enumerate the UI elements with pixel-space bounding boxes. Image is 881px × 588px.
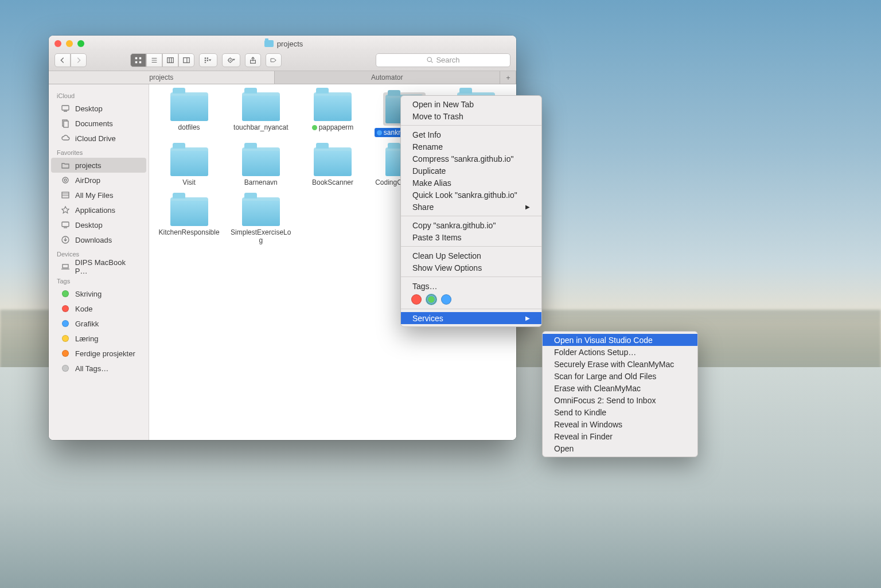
menu-item-label: Share [412, 203, 434, 212]
tags-button[interactable] [266, 53, 282, 67]
forward-button[interactable] [71, 53, 87, 67]
sidebar-icon [60, 221, 71, 229]
tab-projects[interactable]: projects [49, 71, 275, 84]
menu-item[interactable]: Folder Actions Setup… [543, 346, 697, 358]
action-button[interactable] [222, 53, 240, 67]
menu-item[interactable]: Open in Visual Studio Code [543, 334, 697, 346]
sidebar-section-header: iCloud [49, 89, 149, 101]
share-button[interactable] [245, 53, 261, 67]
svg-rect-32 [62, 192, 69, 198]
sidebar-item-label: iCloud Drive [75, 134, 116, 143]
sidebar-icon [60, 134, 71, 142]
fullscreen-button[interactable] [77, 40, 84, 47]
sidebar-item-skriving[interactable]: Skriving [51, 286, 146, 301]
folder-icon [170, 92, 208, 121]
sidebar-item-grafikk[interactable]: Grafikk [51, 316, 146, 331]
sidebar-section-header: Tags [49, 274, 149, 286]
sidebar-item-downloads[interactable]: Downloads [51, 232, 146, 247]
menu-item[interactable]: Reveal in Windows [543, 418, 697, 430]
menu-separator [401, 246, 541, 247]
back-button[interactable] [54, 53, 71, 67]
menu-item[interactable]: Quick Look "sankra.github.io" [401, 189, 541, 201]
menu-item[interactable]: Send to Kindle [543, 406, 697, 418]
menu-item[interactable]: Reveal in Finder [543, 430, 697, 442]
arrange-button[interactable] [199, 53, 217, 67]
menu-item[interactable]: Show View Options [401, 262, 541, 274]
folder-item[interactable]: touchbar_nyancat [228, 92, 294, 131]
search-input[interactable]: Search [376, 53, 510, 67]
sidebar-icon [60, 191, 71, 199]
menu-item[interactable]: Make Alias [401, 177, 541, 189]
folder-item[interactable]: dotfiles [156, 92, 223, 131]
sidebar-item-kode[interactable]: Kode [51, 301, 146, 316]
folder-item[interactable]: BookScanner [299, 147, 366, 186]
folder-item[interactable]: pappaperm [299, 92, 366, 131]
svg-rect-14 [205, 62, 206, 63]
sidebar-item-all-tags-[interactable]: All Tags… [51, 361, 146, 376]
menu-item[interactable]: Clean Up Selection [401, 250, 541, 262]
folder-label: pappaperm [312, 123, 354, 131]
sidebar-item-l-ring[interactable]: Læring [51, 331, 146, 346]
list-view-button[interactable] [146, 53, 162, 67]
menu-item[interactable]: Move to Trash [401, 110, 541, 122]
tag-color-swatch[interactable] [426, 294, 436, 305]
svg-point-31 [64, 179, 67, 181]
folder-item[interactable]: KitchenResponsible [156, 197, 223, 236]
menu-item[interactable]: Erase with CleanMyMac [543, 382, 697, 394]
menu-item[interactable]: Paste 3 Items [401, 231, 541, 243]
menu-item-label: Reveal in Windows [554, 420, 622, 429]
sidebar-item-label: Grafikk [75, 320, 99, 328]
menu-item[interactable]: Tags… [401, 280, 541, 292]
menu-item[interactable]: Rename [401, 141, 541, 153]
svg-point-24 [427, 57, 431, 61]
sidebar-item-all-my-files[interactable]: All My Files [51, 188, 146, 203]
menu-item[interactable]: Services▶ [401, 312, 541, 324]
folder-icon [170, 147, 208, 176]
sidebar-icon [60, 176, 71, 184]
folder-icon [314, 92, 352, 121]
menu-item[interactable]: Share▶ [401, 201, 541, 213]
tab-automator[interactable]: Automator [275, 71, 501, 84]
tag-color-swatch[interactable] [411, 294, 422, 305]
sidebar-item-documents[interactable]: Documents [51, 116, 146, 131]
menu-item[interactable]: Get Info [401, 128, 541, 141]
menu-item-label: Folder Actions Setup… [554, 348, 636, 357]
menu-item[interactable]: Compress "sankra.github.io" [401, 153, 541, 165]
menu-item[interactable]: Open in New Tab [401, 98, 541, 110]
sidebar-item-desktop[interactable]: Desktop [51, 217, 146, 232]
menu-item[interactable]: Copy "sankra.github.io" [401, 219, 541, 231]
new-tab-button[interactable]: ＋ [500, 71, 516, 84]
svg-rect-38 [63, 264, 68, 268]
folder-icon [170, 197, 208, 226]
tag-color-swatch[interactable] [441, 294, 451, 305]
gallery-view-button[interactable] [178, 53, 194, 67]
menu-item[interactable]: Securely Erase with CleanMyMac [543, 358, 697, 370]
folder-icon [314, 147, 352, 176]
sidebar-item-airdrop[interactable]: AirDrop [51, 173, 146, 188]
icon-view-button[interactable] [130, 53, 146, 67]
sidebar-item-dips-macbook-p-[interactable]: DIPS MacBook P… [51, 259, 146, 274]
svg-rect-7 [167, 57, 174, 63]
menu-item[interactable]: Open [543, 442, 697, 454]
folder-item[interactable]: Barnenavn [228, 147, 294, 186]
menu-item[interactable]: Duplicate [401, 165, 541, 177]
menu-item[interactable]: OmniFocus 2: Send to Inbox [543, 394, 697, 406]
view-mode-buttons [130, 53, 194, 67]
menu-item[interactable]: Scan for Large and Old Files [543, 370, 697, 382]
sidebar-item-applications[interactable]: Applications [51, 203, 146, 217]
sidebar-item-icloud-drive[interactable]: iCloud Drive [51, 131, 146, 146]
sidebar-item-desktop[interactable]: Desktop [51, 101, 146, 116]
sidebar-item-ferdige-prosjekter[interactable]: Ferdige prosjekter [51, 346, 146, 361]
folder-item[interactable]: SimplestExerciseLog [228, 197, 294, 245]
minimize-button[interactable] [66, 40, 73, 47]
close-button[interactable] [54, 40, 61, 47]
menu-item-label: Compress "sankra.github.io" [412, 154, 513, 163]
svg-line-25 [431, 61, 432, 63]
menu-separator [401, 125, 541, 126]
window-controls [54, 40, 84, 47]
sidebar-item-projects[interactable]: projects [51, 158, 146, 173]
column-view-button[interactable] [162, 53, 178, 67]
menu-item-label: Scan for Large and Old Files [554, 372, 656, 381]
titlebar[interactable]: projects [49, 36, 516, 49]
folder-item[interactable]: Visit [156, 147, 223, 186]
